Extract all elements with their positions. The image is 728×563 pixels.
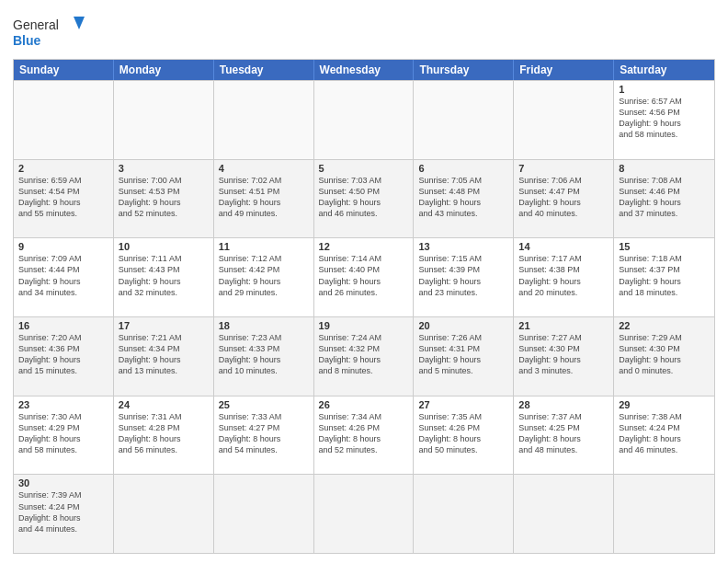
calendar-day-cell: 14Sunrise: 7:17 AM Sunset: 4:38 PM Dayli… [514,238,614,316]
calendar-day-cell [214,475,314,553]
day-info: Sunrise: 7:34 AM Sunset: 4:26 PM Dayligh… [319,411,409,456]
calendar-day-cell [114,81,214,159]
calendar-day-cell: 15Sunrise: 7:18 AM Sunset: 4:37 PM Dayli… [614,238,714,316]
day-info: Sunrise: 7:15 AM Sunset: 4:39 PM Dayligh… [418,253,508,298]
calendar-body: 1Sunrise: 6:57 AM Sunset: 4:56 PM Daylig… [14,80,714,553]
day-number: 27 [418,399,508,410]
day-number: 20 [418,320,508,331]
calendar-day-cell: 18Sunrise: 7:23 AM Sunset: 4:33 PM Dayli… [214,317,314,396]
day-info: Sunrise: 7:11 AM Sunset: 4:43 PM Dayligh… [119,253,209,298]
calendar-day-cell: 12Sunrise: 7:14 AM Sunset: 4:40 PM Dayli… [314,238,415,316]
day-number: 29 [619,399,710,410]
day-info: Sunrise: 7:00 AM Sunset: 4:53 PM Dayligh… [119,175,209,220]
day-info: Sunrise: 7:38 AM Sunset: 4:24 PM Dayligh… [619,411,710,456]
day-number: 1 [619,84,710,95]
calendar-header-cell: Thursday [414,60,514,80]
calendar-day-cell: 27Sunrise: 7:35 AM Sunset: 4:26 PM Dayli… [414,396,514,475]
day-number: 10 [119,241,209,252]
calendar-week-row: 2Sunrise: 6:59 AM Sunset: 4:54 PM Daylig… [14,159,714,238]
calendar-day-cell: 26Sunrise: 7:34 AM Sunset: 4:26 PM Dayli… [314,396,415,475]
day-info: Sunrise: 7:23 AM Sunset: 4:33 PM Dayligh… [219,332,309,377]
day-info: Sunrise: 7:05 AM Sunset: 4:48 PM Dayligh… [418,175,508,220]
generalblue-logo-icon: General Blue [13,13,86,53]
calendar-week-row: 23Sunrise: 7:30 AM Sunset: 4:29 PM Dayli… [14,396,714,475]
calendar-day-cell: 5Sunrise: 7:03 AM Sunset: 4:50 PM Daylig… [314,160,415,238]
day-number: 5 [319,163,409,174]
day-info: Sunrise: 7:33 AM Sunset: 4:27 PM Dayligh… [219,411,309,456]
calendar-day-cell: 3Sunrise: 7:00 AM Sunset: 4:53 PM Daylig… [114,160,214,238]
day-number: 14 [518,241,609,252]
day-number: 17 [119,320,209,331]
day-info: Sunrise: 7:20 AM Sunset: 4:36 PM Dayligh… [18,332,108,377]
calendar-header-row: SundayMondayTuesdayWednesdayThursdayFrid… [14,60,714,80]
day-number: 6 [418,163,508,174]
day-info: Sunrise: 7:39 AM Sunset: 4:24 PM Dayligh… [18,489,108,534]
day-info: Sunrise: 7:31 AM Sunset: 4:28 PM Dayligh… [119,411,209,456]
day-info: Sunrise: 7:09 AM Sunset: 4:44 PM Dayligh… [18,253,108,298]
day-number: 22 [619,320,710,331]
day-number: 15 [619,241,710,252]
header: General Blue [13,9,715,53]
day-number: 4 [219,163,309,174]
calendar-week-row: 1Sunrise: 6:57 AM Sunset: 4:56 PM Daylig… [14,80,714,159]
day-info: Sunrise: 7:06 AM Sunset: 4:47 PM Dayligh… [518,175,609,220]
calendar-day-cell [114,475,214,553]
day-info: Sunrise: 7:30 AM Sunset: 4:29 PM Dayligh… [18,411,108,456]
calendar-week-row: 16Sunrise: 7:20 AM Sunset: 4:36 PM Dayli… [14,316,714,396]
calendar-day-cell: 2Sunrise: 6:59 AM Sunset: 4:54 PM Daylig… [14,160,114,238]
calendar-day-cell: 6Sunrise: 7:05 AM Sunset: 4:48 PM Daylig… [414,160,514,238]
day-info: Sunrise: 7:14 AM Sunset: 4:40 PM Dayligh… [319,253,409,298]
day-info: Sunrise: 7:08 AM Sunset: 4:46 PM Dayligh… [619,175,710,220]
day-number: 13 [418,241,508,252]
calendar-day-cell [314,81,415,159]
calendar-day-cell [614,475,714,553]
day-info: Sunrise: 7:21 AM Sunset: 4:34 PM Dayligh… [119,332,209,377]
calendar-day-cell: 16Sunrise: 7:20 AM Sunset: 4:36 PM Dayli… [14,317,114,396]
calendar-day-cell: 19Sunrise: 7:24 AM Sunset: 4:32 PM Dayli… [314,317,415,396]
calendar-day-cell [314,475,415,553]
calendar-day-cell: 11Sunrise: 7:12 AM Sunset: 4:42 PM Dayli… [214,238,314,316]
calendar-day-cell [514,81,614,159]
calendar-day-cell: 8Sunrise: 7:08 AM Sunset: 4:46 PM Daylig… [614,160,714,238]
calendar-day-cell: 9Sunrise: 7:09 AM Sunset: 4:44 PM Daylig… [14,238,114,316]
day-number: 7 [518,163,609,174]
day-info: Sunrise: 7:29 AM Sunset: 4:30 PM Dayligh… [619,332,710,377]
day-number: 2 [18,163,108,174]
calendar-day-cell [414,475,514,553]
calendar-day-cell [514,475,614,553]
calendar-day-cell: 13Sunrise: 7:15 AM Sunset: 4:39 PM Dayli… [414,238,514,316]
day-number: 16 [18,320,108,331]
day-number: 8 [619,163,710,174]
calendar-day-cell: 10Sunrise: 7:11 AM Sunset: 4:43 PM Dayli… [114,238,214,316]
calendar-header-cell: Wednesday [314,60,415,80]
calendar-day-cell: 17Sunrise: 7:21 AM Sunset: 4:34 PM Dayli… [114,317,214,396]
calendar-day-cell: 7Sunrise: 7:06 AM Sunset: 4:47 PM Daylig… [514,160,614,238]
page: General Blue SundayMondayTuesdayWednesda… [0,0,728,563]
day-number: 23 [18,399,108,410]
day-info: Sunrise: 7:18 AM Sunset: 4:37 PM Dayligh… [619,253,710,298]
day-number: 21 [518,320,609,331]
calendar-header-cell: Tuesday [214,60,314,80]
calendar-day-cell: 25Sunrise: 7:33 AM Sunset: 4:27 PM Dayli… [214,396,314,475]
day-number: 25 [219,399,309,410]
day-info: Sunrise: 7:26 AM Sunset: 4:31 PM Dayligh… [418,332,508,377]
calendar-day-cell: 21Sunrise: 7:27 AM Sunset: 4:30 PM Dayli… [514,317,614,396]
svg-text:Blue: Blue [13,33,41,48]
calendar-day-cell: 30Sunrise: 7:39 AM Sunset: 4:24 PM Dayli… [14,475,114,553]
day-number: 30 [18,477,108,488]
day-number: 12 [319,241,409,252]
calendar-week-row: 30Sunrise: 7:39 AM Sunset: 4:24 PM Dayli… [14,474,714,553]
day-info: Sunrise: 6:59 AM Sunset: 4:54 PM Dayligh… [18,175,108,220]
day-info: Sunrise: 7:12 AM Sunset: 4:42 PM Dayligh… [219,253,309,298]
day-number: 3 [119,163,209,174]
day-number: 9 [18,241,108,252]
calendar-day-cell: 23Sunrise: 7:30 AM Sunset: 4:29 PM Dayli… [14,396,114,475]
calendar: SundayMondayTuesdayWednesdayThursdayFrid… [13,59,715,554]
calendar-day-cell: 24Sunrise: 7:31 AM Sunset: 4:28 PM Dayli… [114,396,214,475]
calendar-day-cell: 22Sunrise: 7:29 AM Sunset: 4:30 PM Dayli… [614,317,714,396]
day-info: Sunrise: 7:27 AM Sunset: 4:30 PM Dayligh… [518,332,609,377]
calendar-day-cell: 20Sunrise: 7:26 AM Sunset: 4:31 PM Dayli… [414,317,514,396]
day-number: 28 [518,399,609,410]
day-info: Sunrise: 7:17 AM Sunset: 4:38 PM Dayligh… [518,253,609,298]
calendar-header-cell: Saturday [614,60,714,80]
